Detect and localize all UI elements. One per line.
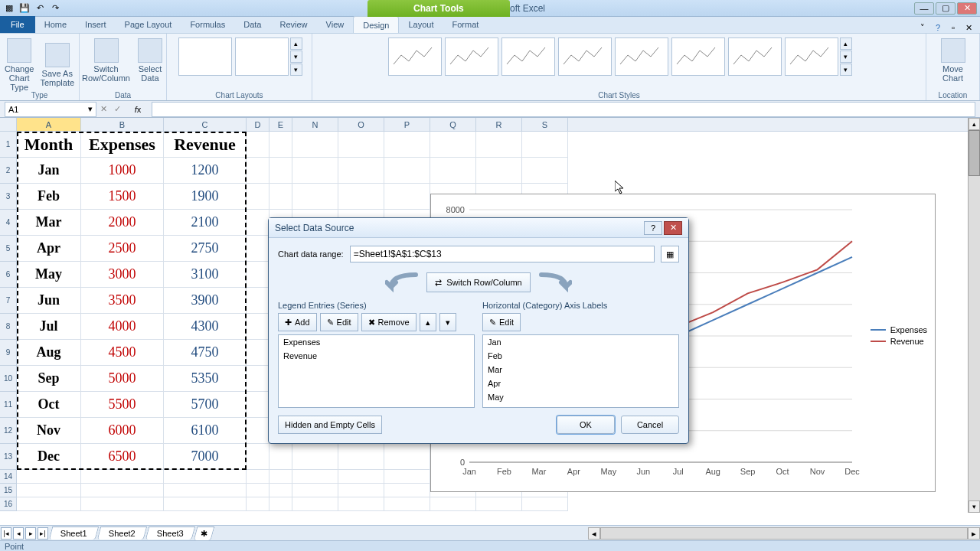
- cell[interactable]: [384, 444, 430, 470]
- scroll-right-icon[interactable]: ▸: [968, 527, 980, 540]
- cell[interactable]: [270, 497, 292, 511]
- column-header[interactable]: N: [292, 118, 338, 131]
- cell[interactable]: Jan: [17, 158, 81, 184]
- cell[interactable]: [292, 470, 338, 484]
- list-item[interactable]: Revenue: [279, 349, 474, 363]
- cell[interactable]: [164, 470, 247, 484]
- cell[interactable]: [384, 132, 430, 158]
- cell[interactable]: [270, 470, 292, 484]
- column-header[interactable]: P: [384, 118, 430, 131]
- cell[interactable]: [164, 497, 247, 511]
- cell[interactable]: [247, 158, 270, 184]
- cell[interactable]: [247, 262, 270, 288]
- enter-formula-icon[interactable]: ✓: [110, 104, 124, 114]
- tab-insert[interactable]: Insert: [76, 16, 116, 33]
- column-header[interactable]: Q: [430, 118, 476, 131]
- move-down-button[interactable]: ▾: [439, 313, 456, 331]
- sheet-tab[interactable]: Sheet1: [49, 527, 99, 540]
- column-header[interactable]: S: [522, 118, 568, 131]
- row-header[interactable]: 13: [0, 444, 17, 470]
- formula-bar[interactable]: [152, 102, 975, 117]
- chart-style-tile[interactable]: [501, 37, 555, 76]
- name-box[interactable]: A1▾: [5, 102, 96, 117]
- cell[interactable]: [17, 470, 81, 484]
- cell[interactable]: [81, 470, 164, 484]
- tab-pagelayout[interactable]: Page Layout: [116, 16, 181, 33]
- tab-review[interactable]: Review: [270, 16, 316, 33]
- cell[interactable]: 4300: [164, 314, 247, 340]
- tab-design[interactable]: Design: [353, 16, 399, 33]
- dialog-close-button[interactable]: ✕: [664, 221, 682, 235]
- cell[interactable]: [430, 132, 476, 158]
- cell[interactable]: [270, 484, 292, 497]
- cell[interactable]: [247, 132, 270, 158]
- row-header[interactable]: 11: [0, 392, 17, 418]
- fx-icon[interactable]: fx: [130, 105, 145, 114]
- cell[interactable]: [384, 184, 430, 210]
- column-header[interactable]: E: [270, 118, 292, 131]
- cell[interactable]: [247, 497, 270, 511]
- cell[interactable]: 4000: [81, 314, 164, 340]
- gallery-up-icon[interactable]: ▴: [290, 37, 302, 50]
- save-as-template-button[interactable]: Save As Template: [37, 35, 77, 93]
- cell[interactable]: [247, 366, 270, 392]
- workbook-close-icon[interactable]: ✕: [963, 22, 974, 33]
- list-item[interactable]: Jan: [483, 335, 678, 349]
- cell[interactable]: [247, 444, 270, 470]
- cell[interactable]: [247, 418, 270, 444]
- row-header[interactable]: 7: [0, 288, 17, 314]
- cell[interactable]: [81, 497, 164, 511]
- cell[interactable]: May: [17, 262, 81, 288]
- column-header[interactable]: C: [164, 118, 247, 131]
- cell[interactable]: Revenue: [164, 132, 247, 158]
- cell[interactable]: 2750: [164, 236, 247, 262]
- column-header[interactable]: B: [81, 118, 164, 131]
- cell[interactable]: [338, 158, 384, 184]
- select-all-corner[interactable]: [0, 118, 17, 131]
- chart-layout-tile[interactable]: [178, 37, 232, 76]
- list-item[interactable]: Expenses: [279, 335, 474, 349]
- cell[interactable]: [338, 484, 384, 497]
- cell[interactable]: 5500: [81, 392, 164, 418]
- cell[interactable]: [430, 497, 476, 511]
- cell[interactable]: [81, 484, 164, 497]
- dialog-help-button[interactable]: ?: [644, 221, 662, 235]
- chevron-down-icon[interactable]: ▾: [88, 104, 93, 114]
- switch-row-column-button[interactable]: Switch Row/Column: [79, 35, 133, 84]
- cell[interactable]: [338, 184, 384, 210]
- maximize-button[interactable]: ▢: [936, 2, 956, 15]
- cell[interactable]: 4500: [81, 340, 164, 366]
- row-header[interactable]: 16: [0, 497, 17, 511]
- cell[interactable]: [270, 184, 292, 210]
- range-picker-icon[interactable]: ▦: [661, 246, 679, 262]
- cell[interactable]: 6000: [81, 418, 164, 444]
- remove-series-button[interactable]: ✖Remove: [361, 313, 416, 331]
- column-header[interactable]: D: [247, 118, 270, 131]
- cell[interactable]: 7000: [164, 444, 247, 470]
- cell[interactable]: 2500: [81, 236, 164, 262]
- cell[interactable]: [247, 470, 270, 484]
- cell[interactable]: [338, 470, 384, 484]
- cell[interactable]: [247, 288, 270, 314]
- tab-data[interactable]: Data: [234, 16, 270, 33]
- chart-style-tile[interactable]: [728, 37, 782, 76]
- series-listbox[interactable]: ExpensesRevenue: [278, 334, 475, 408]
- row-header[interactable]: 1: [0, 132, 17, 158]
- row-header[interactable]: 15: [0, 484, 17, 497]
- sheet-nav-next[interactable]: ▸: [25, 527, 36, 540]
- cell[interactable]: [338, 497, 384, 511]
- cell[interactable]: 3900: [164, 288, 247, 314]
- tab-file[interactable]: File: [0, 16, 35, 33]
- row-header[interactable]: 6: [0, 262, 17, 288]
- gallery-more-icon[interactable]: ▾: [290, 64, 302, 76]
- chart-style-tile[interactable]: [445, 37, 498, 76]
- cell[interactable]: [384, 497, 430, 511]
- tab-view[interactable]: View: [317, 16, 354, 33]
- undo-icon[interactable]: ↶: [34, 2, 46, 15]
- tab-formulas[interactable]: Formulas: [181, 16, 234, 33]
- cell[interactable]: [292, 158, 338, 184]
- cell[interactable]: [247, 484, 270, 497]
- cell[interactable]: Nov: [17, 418, 81, 444]
- cell[interactable]: [476, 132, 522, 158]
- row-header[interactable]: 10: [0, 366, 17, 392]
